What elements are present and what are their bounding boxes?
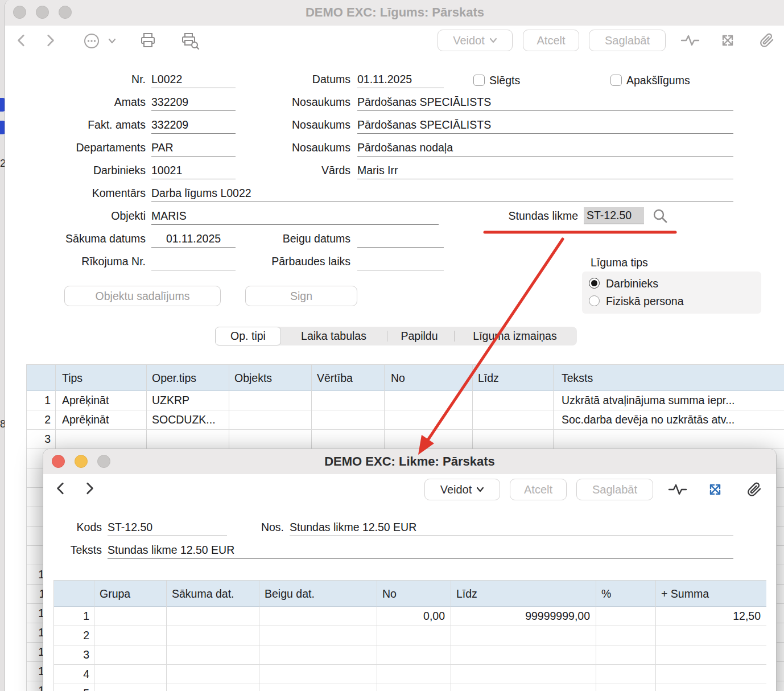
fakt-amats-field[interactable]: 332209 <box>151 117 236 134</box>
veidot-label: Veidot <box>453 34 485 47</box>
nr-field[interactable]: L0022 <box>151 71 236 88</box>
atcelt-label: Atcelt <box>537 34 565 47</box>
objektu-sadalijums-button[interactable]: Objektu sadalījums <box>64 286 221 306</box>
likme-table: Grupa Sākuma dat. Beigu dat. No Līdz % +… <box>53 580 766 691</box>
col-header-grupa: Grupa <box>100 581 130 607</box>
chevron-down-icon <box>476 487 484 492</box>
saglabat-button[interactable]: Saglabāt <box>589 30 666 51</box>
veidot-button[interactable]: Veidot <box>438 30 513 51</box>
nosaukums-field-1[interactable]: Pārdošanas SPECIĀLISTS <box>357 94 733 111</box>
expand-icon[interactable] <box>719 32 736 49</box>
window-title: DEMO EXC: Līgums: Pārskats <box>5 5 784 20</box>
attachment-icon[interactable] <box>758 32 775 49</box>
print-preview-icon[interactable] <box>180 31 200 51</box>
cell-teksts[interactable]: Uzkrātā atvaļinājuma summa iepr... <box>562 391 783 410</box>
back-button[interactable] <box>14 33 29 48</box>
parbaudes-label: Pārbaudes laiks <box>237 253 350 269</box>
teksts-field[interactable]: Stundas likme 12.50 EUR <box>108 542 733 559</box>
expand-icon[interactable] <box>707 481 724 498</box>
nosaukums-field-3[interactable]: Pārdošanas nodaļa <box>357 139 733 157</box>
kods-field[interactable]: ST-12.50 <box>108 519 227 536</box>
amats-label: Amats <box>32 94 146 110</box>
cell-teksts[interactable]: Soc.darba devēja no uzkrātās atv... <box>562 410 783 429</box>
nosaukums-field-2[interactable]: Pārdošanas SPECIĀLISTS <box>357 117 733 134</box>
liguma-tips-label: Līguma tips <box>591 254 716 270</box>
nr-label: Nr. <box>32 71 146 87</box>
atcelt-label: Atcelt <box>524 483 552 496</box>
titlebar[interactable]: DEMO EXC: Līgums: Pārskats <box>5 0 784 26</box>
komentars-label: Komentārs <box>32 185 146 201</box>
veidot-button[interactable]: Veidot <box>424 479 500 500</box>
nosaukums-label-2: Nosaukums <box>237 117 350 133</box>
forward-button[interactable] <box>82 481 97 496</box>
more-options-icon[interactable] <box>82 31 101 51</box>
departaments-label: Departaments <box>32 139 146 155</box>
sakuma-datums-field[interactable]: 01.11.2025 <box>151 231 236 248</box>
parbaudes-field[interactable] <box>357 253 444 270</box>
stundas-likme-field[interactable]: ST-12.50 <box>584 207 644 224</box>
objekti-field[interactable]: MARIS <box>151 208 439 225</box>
table-row[interactable]: 1 Aprēķināt UZKRP Uzkrātā atvaļinājuma s… <box>27 391 784 410</box>
fiziska-persona-radio[interactable] <box>589 295 600 306</box>
kods-label: Kods <box>45 519 102 535</box>
table-row[interactable]: 3 <box>27 430 784 449</box>
beigu-datums-label: Beigu datums <box>237 231 350 246</box>
print-icon[interactable] <box>138 31 158 50</box>
darbinieks-radio[interactable] <box>589 278 600 289</box>
tab-papildu[interactable]: Papildu <box>397 327 441 346</box>
cell-tips[interactable]: Aprēķināt <box>62 391 145 410</box>
attachment-icon[interactable] <box>745 481 762 498</box>
departaments-field[interactable]: PAR <box>151 139 236 157</box>
saglabat-button[interactable]: Saglabāt <box>576 479 653 500</box>
vards-label: Vārds <box>237 162 350 178</box>
forward-button[interactable] <box>43 33 57 48</box>
cell-oper-tips[interactable]: UZKRP <box>152 391 227 410</box>
back-button[interactable] <box>53 481 68 496</box>
saglabat-label: Saglabāt <box>592 483 637 496</box>
beigu-datums-field[interactable] <box>357 231 444 248</box>
table-row[interactable]: 2 <box>54 626 766 645</box>
atcelt-button[interactable]: Atcelt <box>523 30 579 51</box>
titlebar[interactable]: DEMO EXC: Likme: Pārskats <box>43 449 776 474</box>
tab-separator <box>454 331 455 342</box>
table-row[interactable]: 5 <box>54 684 766 691</box>
table-row[interactable]: 3 <box>54 645 766 665</box>
cell-summa[interactable]: 12,50 <box>655 607 761 626</box>
atcelt-button[interactable]: Atcelt <box>510 479 567 500</box>
tab-liguma-izmainas[interactable]: Līguma izmaiņas <box>466 327 564 346</box>
table-header: Grupa Sākuma dat. Beigu dat. No Līdz % +… <box>54 581 766 607</box>
activity-icon[interactable] <box>680 33 700 48</box>
col-header-lidz: Līdz <box>478 365 499 391</box>
activity-icon[interactable] <box>667 482 688 497</box>
nos-field[interactable]: Stundas likme 12.50 EUR <box>290 519 733 536</box>
cell-lidz[interactable]: 99999999,00 <box>451 607 590 626</box>
cell-no[interactable]: 0,00 <box>377 607 445 626</box>
saglabat-label: Saglabāt <box>605 34 650 47</box>
chevron-down-icon[interactable] <box>108 38 117 44</box>
tab-op-tipi[interactable]: Op. tipi <box>215 327 281 346</box>
table-row[interactable]: 4 <box>54 665 766 684</box>
tab-laika-tabulas[interactable]: Laika tabulas <box>295 327 373 346</box>
rikojuma-field[interactable] <box>151 253 236 270</box>
apaksligums-checkbox[interactable] <box>610 75 622 86</box>
tab-bar: Op. tipi Laika tabulas Papildu Līguma iz… <box>215 327 577 346</box>
darbinieks-field[interactable]: 10021 <box>151 162 236 179</box>
darbinieks-radio-label: Darbinieks <box>606 275 742 291</box>
slegts-checkbox[interactable] <box>473 75 485 86</box>
col-header-summa: + Summa <box>661 581 709 607</box>
nosaukums-label-3: Nosaukums <box>237 139 350 155</box>
table-row[interactable]: 1 0,00 99999999,00 12,50 <box>54 607 766 626</box>
lookup-magnifier-icon[interactable] <box>651 207 669 224</box>
table-row[interactable]: 2 Aprēķināt SOCDUZK... Soc.darba devēja … <box>27 410 784 430</box>
komentars-field[interactable]: Darba līgums L0022 <box>151 185 733 202</box>
vards-field[interactable]: Maris Irr <box>357 162 733 179</box>
fiziska-persona-radio-label: Fiziskā persona <box>606 293 742 309</box>
cell-oper-tips[interactable]: SOCDUZK... <box>152 410 227 429</box>
nosaukums-label-1: Nosaukums <box>237 94 350 110</box>
amats-field[interactable]: 332209 <box>151 94 236 111</box>
cell-tips[interactable]: Aprēķināt <box>62 410 145 429</box>
datums-field[interactable]: 01.11.2025 <box>357 71 444 88</box>
sign-button[interactable]: Sign <box>245 286 357 306</box>
col-header-teksts: Teksts <box>562 365 593 391</box>
tab-separator <box>387 331 387 342</box>
